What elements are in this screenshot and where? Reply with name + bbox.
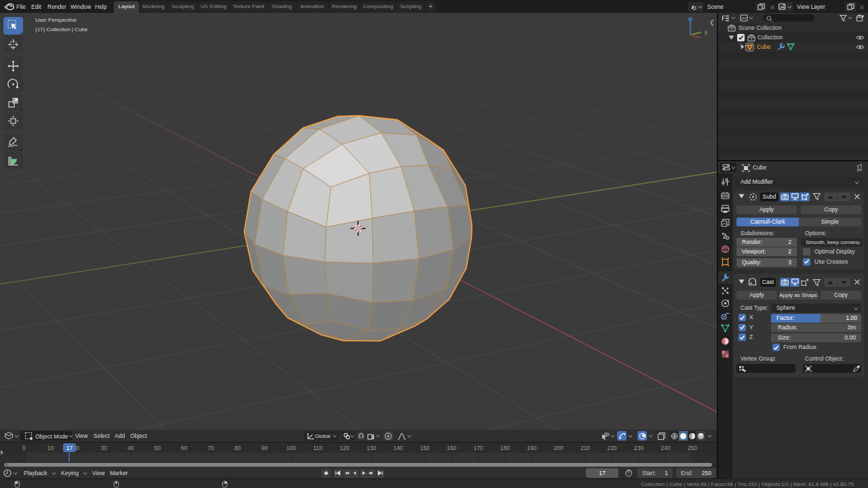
- svg-text:120: 120: [340, 445, 349, 451]
- svg-text:50: 50: [154, 445, 161, 451]
- svg-text:210: 210: [580, 445, 590, 451]
- svg-text:200: 200: [554, 445, 564, 451]
- svg-text:❮: ❮: [709, 19, 715, 26]
- svg-text:70: 70: [208, 445, 214, 451]
- svg-text:90: 90: [261, 445, 268, 451]
- svg-text:140: 140: [393, 445, 403, 451]
- svg-text:110: 110: [313, 445, 323, 451]
- svg-text:220: 220: [607, 445, 616, 451]
- svg-text:150: 150: [420, 445, 429, 451]
- svg-text:60: 60: [181, 445, 188, 451]
- svg-text:10: 10: [47, 445, 54, 451]
- svg-text:190: 190: [527, 445, 536, 451]
- svg-text:0: 0: [22, 445, 26, 451]
- svg-text:250: 250: [688, 445, 697, 451]
- svg-text:17: 17: [66, 445, 73, 451]
- svg-text:160: 160: [447, 445, 456, 451]
- svg-text:30: 30: [101, 445, 108, 451]
- svg-text:170: 170: [473, 445, 483, 451]
- svg-text:100: 100: [286, 445, 296, 451]
- svg-text:80: 80: [235, 445, 241, 451]
- svg-text:130: 130: [367, 445, 376, 451]
- svg-text:240: 240: [660, 445, 670, 451]
- svg-text:230: 230: [634, 445, 644, 451]
- svg-text:180: 180: [500, 445, 510, 451]
- svg-text:40: 40: [127, 445, 134, 451]
